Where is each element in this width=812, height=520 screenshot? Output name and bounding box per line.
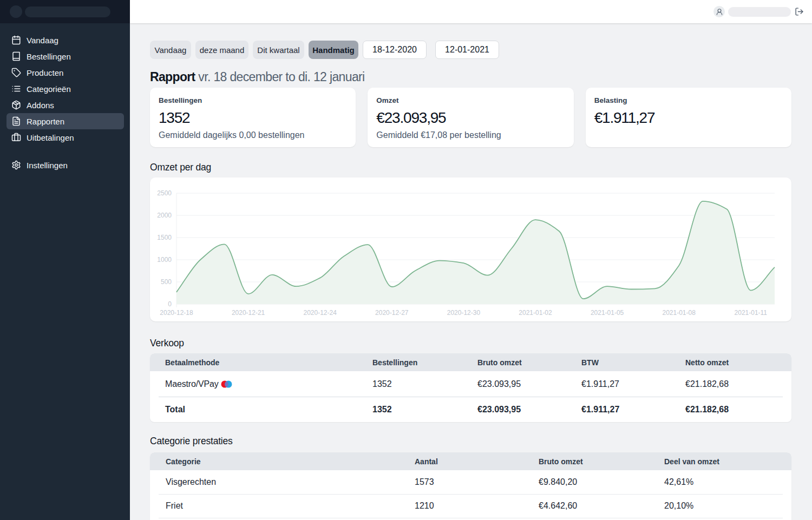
- svg-text:1500: 1500: [157, 234, 172, 241]
- svg-text:1000: 1000: [157, 256, 172, 264]
- svg-text:2500: 2500: [157, 189, 172, 197]
- svg-text:2021-01-02: 2021-01-02: [519, 309, 552, 317]
- svg-text:2021-01-05: 2021-01-05: [591, 309, 624, 317]
- svg-text:2020-12-21: 2020-12-21: [232, 309, 265, 317]
- svg-text:2020-12-18: 2020-12-18: [160, 309, 193, 317]
- svg-text:2000: 2000: [157, 212, 172, 219]
- svg-text:2020-12-24: 2020-12-24: [304, 309, 337, 317]
- svg-text:0: 0: [168, 300, 172, 308]
- svg-text:2020-12-27: 2020-12-27: [375, 309, 409, 317]
- svg-text:2021-01-08: 2021-01-08: [663, 309, 696, 317]
- svg-text:2021-01-11: 2021-01-11: [735, 309, 768, 317]
- svg-text:2020-12-30: 2020-12-30: [447, 309, 481, 317]
- svg-text:500: 500: [161, 278, 172, 286]
